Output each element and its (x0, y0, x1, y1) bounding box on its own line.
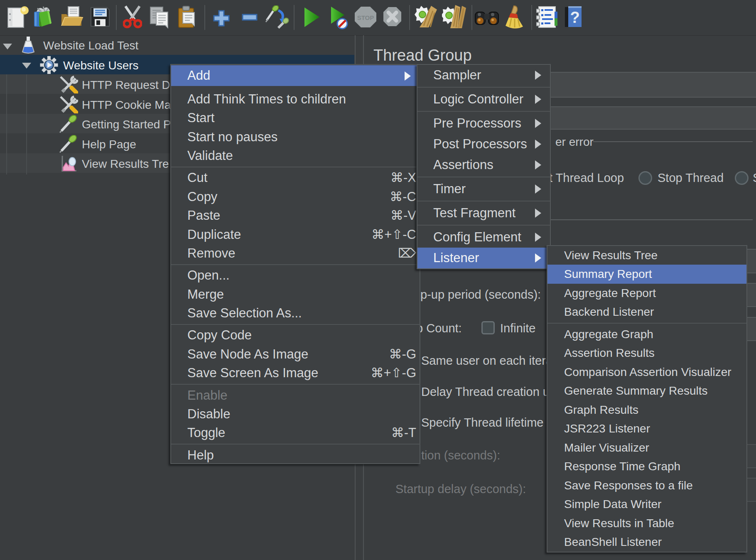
svg-text:?: ? (570, 9, 579, 26)
svg-text:STOP: STOP (357, 14, 374, 21)
